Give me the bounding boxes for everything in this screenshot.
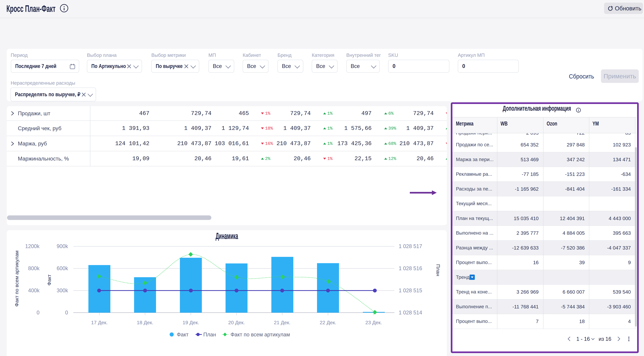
svg-text:1 028 516: 1 028 516 [399,265,422,271]
svg-text:1 028 517: 1 028 517 [399,243,422,249]
svg-text:План: План [203,331,216,337]
svg-text:600k: 600k [57,265,68,271]
svg-text:800k: 800k [28,265,40,271]
svg-text:Факт по всем артикулам: Факт по всем артикулам [14,250,20,306]
svg-text:900k: 900k [57,243,68,249]
svg-text:300k: 300k [57,287,68,293]
svg-text:План: План [436,264,441,276]
svg-text:18 Дек.: 18 Дек. [137,320,154,325]
svg-text:19 Дек.: 19 Дек. [182,320,199,325]
svg-text:23 Дек.: 23 Дек. [365,320,382,325]
svg-text:1 028 514: 1 028 514 [399,309,422,315]
svg-text:0: 0 [65,309,68,315]
svg-text:0: 0 [36,309,40,315]
svg-text:Факт: Факт [177,331,188,337]
svg-text:400k: 400k [28,287,40,293]
svg-text:Факт по всем артикулам: Факт по всем артикулам [230,331,290,337]
svg-text:17 Дек.: 17 Дек. [91,320,108,325]
svg-text:22 Дек.: 22 Дек. [320,320,336,325]
svg-text:21 Дек.: 21 Дек. [274,320,290,325]
svg-text:1 028 515: 1 028 515 [399,287,422,293]
svg-text:1200k: 1200k [25,243,40,249]
svg-text:20 Дек.: 20 Дек. [228,320,245,325]
svg-text:Факт: Факт [46,274,52,285]
